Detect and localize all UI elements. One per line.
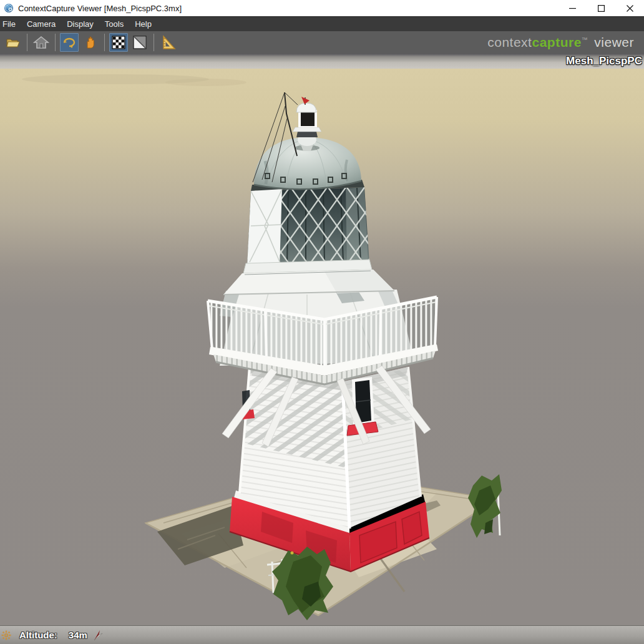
logo-capture: capture <box>532 35 581 49</box>
title-bar: ContextCapture Viewer [Mesh_PicspPC.3mx] <box>0 0 644 16</box>
viewport-3d[interactable] <box>0 69 644 625</box>
lighthouse-3d-model <box>0 69 644 625</box>
orbit-rotate-button[interactable] <box>60 33 79 52</box>
logo-context: context <box>487 35 532 49</box>
model-name-bar: Mesh_PicspPC <box>0 54 644 69</box>
lantern-room <box>243 180 372 273</box>
hand-pan-icon <box>82 34 99 51</box>
app-icon <box>4 3 14 13</box>
minimize-button[interactable] <box>558 0 587 16</box>
checkerboard-icon <box>110 34 127 51</box>
triangle-ruler-icon <box>160 34 176 51</box>
menu-tools[interactable]: Tools <box>99 17 129 31</box>
menu-bar: File Camera Display Tools Help <box>0 16 644 31</box>
logo-tm: ™ <box>582 36 588 43</box>
contextcapture-viewer-window: ContextCapture Viewer [Mesh_PicspPC.3mx]… <box>0 0 644 644</box>
folder-open-icon <box>5 34 21 51</box>
gear-icon <box>1 630 11 640</box>
altitude-label: Altitude: <box>19 630 57 640</box>
logo-viewer: viewer <box>594 35 634 49</box>
toolbar-separator <box>154 34 154 51</box>
menu-help[interactable]: Help <box>129 17 157 31</box>
model-name-label: Mesh_PicspPC <box>566 55 644 67</box>
home-icon <box>33 34 49 51</box>
toolbar-separator <box>55 34 56 51</box>
diagonal-square-icon <box>132 34 148 51</box>
altitude-value: 34m <box>69 630 87 640</box>
toolbar-separator <box>104 34 105 51</box>
minimize-icon <box>569 5 576 12</box>
shrub-right <box>468 474 502 538</box>
maximize-button[interactable] <box>587 0 615 16</box>
open-button[interactable] <box>4 33 22 52</box>
gallery-roof-fascia <box>223 270 394 295</box>
rotate-orbit-icon <box>61 34 77 51</box>
close-button[interactable] <box>615 0 644 16</box>
close-icon <box>627 5 633 12</box>
home-view-button[interactable] <box>32 33 51 52</box>
menu-display[interactable]: Display <box>61 17 99 31</box>
shading-mode-button[interactable] <box>130 33 149 52</box>
compass-needle-icon <box>94 630 104 641</box>
window-title: ContextCapture Viewer [Mesh_PicspPC.3mx] <box>18 4 182 13</box>
toolbar: contextcapture™viewer <box>0 31 644 54</box>
contextcapture-logo: contextcapture™viewer <box>487 35 644 50</box>
maximize-icon <box>598 5 605 12</box>
measure-button[interactable] <box>159 33 177 52</box>
horizon-smudges <box>22 74 246 86</box>
texture-mode-button[interactable] <box>109 33 128 52</box>
menu-file[interactable]: File <box>0 17 21 31</box>
menu-camera[interactable]: Camera <box>21 17 61 31</box>
pan-button[interactable] <box>81 33 100 52</box>
toolbar-separator <box>27 34 27 51</box>
status-bar: Altitude: 34m <box>0 625 644 644</box>
